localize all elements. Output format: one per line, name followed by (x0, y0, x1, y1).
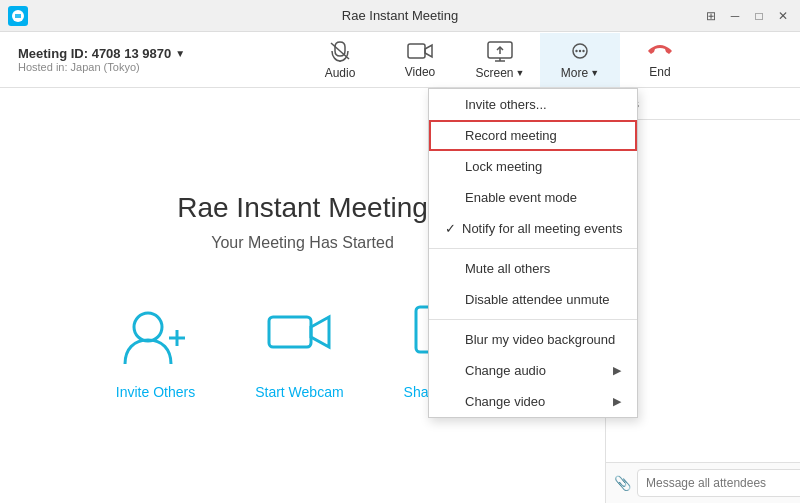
dropdown-item-record[interactable]: Record meeting (429, 120, 637, 151)
dropdown-item-label: Lock meeting (465, 159, 542, 174)
meeting-subtitle: Your Meeting Has Started (211, 234, 394, 252)
svg-point-10 (579, 49, 581, 51)
dropdown-item-video-change[interactable]: Change video▶ (429, 386, 637, 417)
end-icon (645, 41, 675, 61)
dropdown-item-label: Mute all others (465, 261, 550, 276)
webcam-label: Start Webcam (255, 384, 343, 400)
toolbar-actions: Audio Video (208, 33, 792, 87)
message-input[interactable] (637, 469, 800, 497)
svg-point-12 (134, 313, 162, 341)
audio-label: Audio (325, 66, 356, 80)
more-dropdown: Invite others...Record meetingLock meeti… (428, 88, 638, 418)
dropdown-item-label: Invite others... (465, 97, 547, 112)
invite-icon (120, 302, 190, 372)
svg-rect-3 (408, 44, 425, 58)
dropdown-item-event[interactable]: Enable event mode (429, 182, 637, 213)
more-label: More ▼ (561, 66, 599, 80)
dropdown-item-lock[interactable]: Lock meeting (429, 151, 637, 182)
dropdown-item-label: Change video (465, 394, 545, 409)
dropdown-item-invite[interactable]: Invite others... (429, 89, 637, 120)
screen-icon (487, 40, 513, 62)
message-area: 📎 ⬆ ▼ (606, 462, 800, 503)
dropdown-item-label: Blur my video background (465, 332, 615, 347)
dropdown-divider (429, 248, 637, 249)
dropdown-arrow-icon: ▼ (175, 48, 185, 59)
dropdown-item-audio-change[interactable]: Change audio▶ (429, 355, 637, 386)
more-button[interactable]: More ▼ (540, 33, 620, 87)
svg-point-11 (582, 49, 584, 51)
meeting-host: Hosted in: Japan (Tokyo) (18, 61, 198, 73)
submenu-arrow-icon: ▶ (613, 395, 621, 408)
audio-button[interactable]: Audio (300, 33, 380, 87)
submenu-arrow-icon: ▶ (613, 364, 621, 377)
check-icon: ✓ (445, 221, 456, 236)
dropdown-item-disable[interactable]: Disable attendee unmute (429, 284, 637, 315)
video-icon (407, 41, 433, 61)
app-logo (8, 6, 28, 26)
meeting-info: Meeting ID: 4708 13 9870 ▼ Hosted in: Ja… (8, 46, 208, 73)
end-button[interactable]: End (620, 33, 700, 87)
start-webcam-button[interactable]: Start Webcam (255, 302, 343, 400)
dropdown-item-notify[interactable]: ✓Notify for all meeting events (429, 213, 637, 244)
maximize-icon[interactable]: □ (750, 7, 768, 25)
toolbar: Meeting ID: 4708 13 9870 ▼ Hosted in: Ja… (0, 32, 800, 88)
close-icon[interactable]: ✕ (774, 7, 792, 25)
video-label: Video (405, 65, 435, 79)
window-controls: ⊞ ─ □ ✕ (702, 7, 792, 25)
screen-label: Screen ▼ (476, 66, 525, 80)
dropdown-item-label: Record meeting (465, 128, 557, 143)
window-title: Rae Instant Meeting (342, 8, 458, 23)
dropdown-item-label: Enable event mode (465, 190, 577, 205)
dropdown-divider (429, 319, 637, 320)
screen-button[interactable]: Screen ▼ (460, 33, 540, 87)
end-label: End (649, 65, 670, 79)
svg-point-9 (575, 49, 577, 51)
webcam-icon (264, 302, 334, 372)
dropdown-item-blur[interactable]: Blur my video background (429, 324, 637, 355)
dropdown-item-label: Change audio (465, 363, 546, 378)
video-button[interactable]: Video (380, 33, 460, 87)
minimize-icon[interactable]: ─ (726, 7, 744, 25)
more-icon (567, 40, 593, 62)
attachment-icon: 📎 (614, 475, 631, 491)
meeting-id: Meeting ID: 4708 13 9870 ▼ (18, 46, 198, 61)
title-bar: Rae Instant Meeting ⊞ ─ □ ✕ (0, 0, 800, 32)
dropdown-item-mute[interactable]: Mute all others (429, 253, 637, 284)
invite-others-button[interactable]: Invite Others (116, 302, 195, 400)
svg-rect-15 (269, 317, 311, 347)
main-area: Rae Instant Meeting Your Meeting Has Sta… (0, 88, 800, 503)
meeting-title: Rae Instant Meeting (177, 192, 428, 224)
dropdown-item-label: Notify for all meeting events (462, 221, 622, 236)
grid-icon[interactable]: ⊞ (702, 7, 720, 25)
invite-label: Invite Others (116, 384, 195, 400)
audio-icon (328, 40, 352, 62)
dropdown-item-label: Disable attendee unmute (465, 292, 610, 307)
